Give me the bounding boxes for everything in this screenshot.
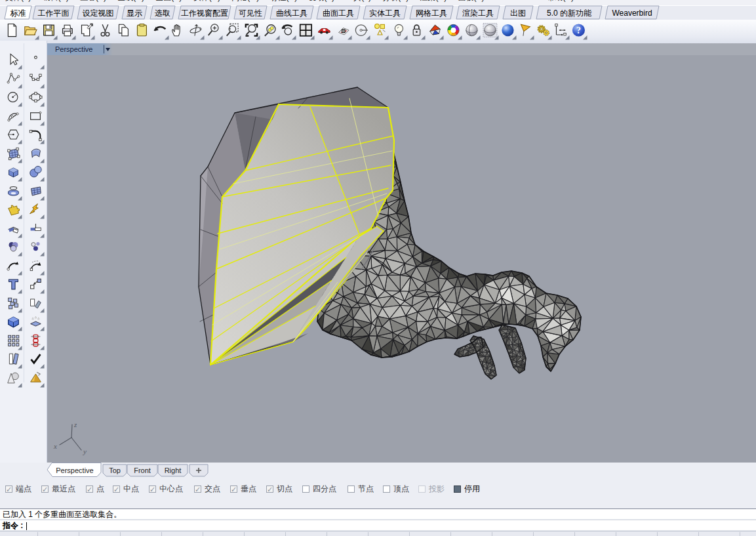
svg-text:标准: 标准 xyxy=(10,9,26,18)
svg-text:5.0 的新功能: 5.0 的新功能 xyxy=(547,9,592,18)
svg-text:Right: Right xyxy=(165,466,182,474)
svg-text:Top: Top xyxy=(109,466,121,474)
svg-text:显示: 显示 xyxy=(127,9,142,18)
svg-text:工作视窗配置: 工作视窗配置 xyxy=(181,9,228,18)
svg-text:x: x xyxy=(53,442,57,450)
svg-text:Perspective: Perspective xyxy=(56,466,93,474)
svg-text:y: y xyxy=(83,447,87,455)
svg-text:可见性: 可见性 xyxy=(239,9,262,18)
svg-text:Weaverbird: Weaverbird xyxy=(612,9,652,18)
svg-text:Perspective: Perspective xyxy=(55,45,92,53)
svg-text:曲面工具: 曲面工具 xyxy=(323,9,354,18)
svg-text:工作平面: 工作平面 xyxy=(38,9,70,18)
svg-text:曲线工具: 曲线工具 xyxy=(276,9,308,18)
svg-text:z: z xyxy=(73,421,77,428)
svg-text:选取: 选取 xyxy=(155,9,170,18)
svg-text:?: ? xyxy=(576,26,581,35)
svg-text:网格工具: 网格工具 xyxy=(416,9,447,18)
svg-text:实体工具: 实体工具 xyxy=(369,9,401,18)
svg-text:渲染工具: 渲染工具 xyxy=(462,9,494,18)
svg-text:出图: 出图 xyxy=(510,9,526,18)
svg-text:设定视图: 设定视图 xyxy=(83,9,114,18)
svg-text:Front: Front xyxy=(134,466,151,474)
